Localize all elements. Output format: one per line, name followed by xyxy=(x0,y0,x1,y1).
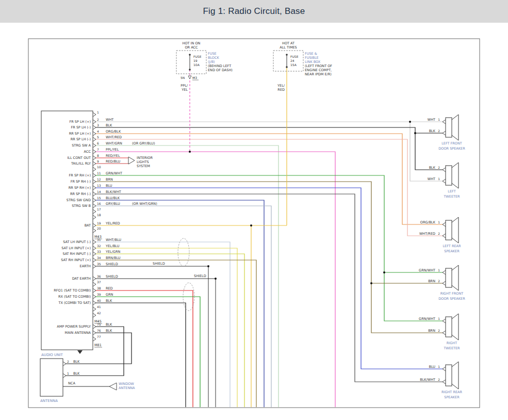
pin-number: 4 xyxy=(97,130,99,133)
pin-number: 10 xyxy=(97,165,101,169)
pin-label: STRG SW A xyxy=(72,143,91,148)
fuse-wire-label: RED xyxy=(277,88,285,92)
wire-name-alt: (OR WHT/GRN) xyxy=(132,202,157,206)
pin-label: EARTH xyxy=(80,264,91,268)
shield-label: SHIELD xyxy=(194,274,206,278)
fuse-location-label: LINK BOX xyxy=(305,60,321,64)
audio-unit-label: AUDIO UNIT xyxy=(41,353,63,357)
junction-dot xyxy=(370,282,372,284)
fuse-location-detail: END OF DASH) xyxy=(208,68,233,72)
pin-number: 2 xyxy=(67,360,69,363)
speaker-label: TWEETER xyxy=(443,346,460,350)
wire-name: GRN/WHT xyxy=(106,171,122,175)
speaker-label: TWEETER xyxy=(443,195,460,199)
fuse-header: ALL TIMES xyxy=(280,45,297,50)
speaker-label: LEFT REAR xyxy=(443,244,461,248)
pin-number: 8 xyxy=(97,154,99,157)
speaker-pin-number: 1 xyxy=(438,118,440,121)
pin-number: 18 xyxy=(97,213,101,217)
wire-name: GRN/WHT xyxy=(419,317,435,321)
speaker-label: DOOR SPEAKER xyxy=(438,297,465,301)
fuse-location-label: FUSE xyxy=(208,52,217,56)
wire-name: WHT/BLU xyxy=(106,238,121,242)
pin-number: 1 xyxy=(97,110,99,114)
pin-number: 20 xyxy=(97,227,101,230)
wire-name: BLK xyxy=(106,329,112,333)
junction-dot xyxy=(383,271,385,273)
fuse-location-detail: NEAR IPDM E/R) xyxy=(305,72,332,76)
speaker-pin-number: 1 xyxy=(438,365,440,368)
pin-label: RR SP LH (-) xyxy=(71,137,91,141)
wire-name: YEL/RED xyxy=(105,221,120,225)
wire-name: YEL/GRN xyxy=(105,250,120,254)
speaker-pin-number: 2 xyxy=(438,129,440,133)
wire-name: BLK xyxy=(106,322,112,327)
pin-label: DAT EARTH xyxy=(72,277,91,281)
junction-dot xyxy=(189,151,191,153)
speaker-pin-number: 1 xyxy=(438,177,440,181)
fuse-wire-label: YEL xyxy=(181,88,188,92)
wire-name: SHIELD xyxy=(106,262,118,266)
wire-name: BRN xyxy=(428,279,435,283)
wire-name: WHT/GRN xyxy=(106,141,122,146)
pin-number: 5 xyxy=(97,135,99,139)
pin-label: RFQ1 (SAT TO COMBI) xyxy=(54,288,91,293)
pin-number: 32 xyxy=(97,244,101,248)
wire-name: GRY/BLU xyxy=(106,202,120,206)
wire-name: WHT xyxy=(428,177,435,181)
fuse-location-detail: ENGINE COMPT, xyxy=(305,68,332,72)
speaker-pin-number: 2 xyxy=(438,166,440,169)
wire-name: WHT xyxy=(106,118,113,122)
wire-name: ORG/BLK xyxy=(420,220,436,224)
speaker-label: SPEAKER xyxy=(444,395,460,399)
junction-dot xyxy=(414,132,416,134)
wire-name: BRN xyxy=(106,177,113,182)
pin-number: 19 xyxy=(97,221,101,225)
pin-label: SAT RH INPUT (-) xyxy=(62,252,91,256)
wire-name: BLK/WHT xyxy=(106,190,121,194)
window-antenna-label: WINDOW xyxy=(119,382,134,386)
interior-lights-label: LIGHTS xyxy=(137,160,149,164)
wire-name: BLU xyxy=(429,365,435,369)
fuse-terminal xyxy=(189,54,191,56)
pin-label: FR SP LH (-) xyxy=(71,125,91,130)
wire-name: BLK xyxy=(429,166,436,170)
junction-dot xyxy=(250,224,252,227)
pin-label: RR SP LH (+) xyxy=(69,132,91,136)
speaker-label: DOOR SPEAKER xyxy=(438,147,465,151)
pin-number: 35 xyxy=(97,262,101,266)
wire-name: BLK xyxy=(73,371,80,376)
wire-name: RED xyxy=(106,286,113,290)
pin-number: 34 xyxy=(97,256,101,260)
fuse-amps: 10A xyxy=(193,63,200,67)
wire-name: BRN xyxy=(428,329,435,333)
speaker-pin-number: 2 xyxy=(438,329,440,332)
pin-label: SAT RH INPUT (+) xyxy=(61,258,91,262)
pin-label: RR SP RH (-) xyxy=(70,192,91,196)
wire-name: RED/YEL xyxy=(106,154,120,158)
speaker-pin-number: 2 xyxy=(438,232,440,235)
fuse-terminal xyxy=(286,66,288,68)
wire-name: BRN/BLU xyxy=(106,256,121,260)
diagram-border xyxy=(28,39,480,408)
pin-label: MAIN ANTENNA xyxy=(65,331,91,335)
pin-number: 41 xyxy=(97,305,101,309)
wiring-svg: SHIELDSHIELD12FR SP LH (+)WHT3FR SP LH (… xyxy=(0,0,508,420)
fuse-terminal xyxy=(286,54,288,56)
pin-label: ACC xyxy=(84,150,91,154)
pin-label: RX (SAT TO COMBI) xyxy=(58,295,91,299)
fuse-location-detail: (LEFT FRONT OF xyxy=(305,64,332,68)
speaker-pin-number: 1 xyxy=(438,220,440,224)
fuse-header: OR ACC xyxy=(185,45,198,50)
pin-number: 75 xyxy=(97,322,101,326)
wire-name: PPL/YEL xyxy=(106,148,119,152)
pin-number: 40 xyxy=(97,299,101,302)
wire-name: BLK xyxy=(429,129,436,133)
pin-number: 14 xyxy=(97,190,101,193)
pin-label: FR SP RH (-) xyxy=(71,180,91,184)
fuse-location-label: FUSE & xyxy=(305,52,317,56)
pin-number: 33 xyxy=(97,250,101,253)
wire-name: BLU/BLK xyxy=(106,196,120,200)
pin-label: FR SP RH (+) xyxy=(69,173,91,177)
pin-number: 76 xyxy=(97,329,101,332)
